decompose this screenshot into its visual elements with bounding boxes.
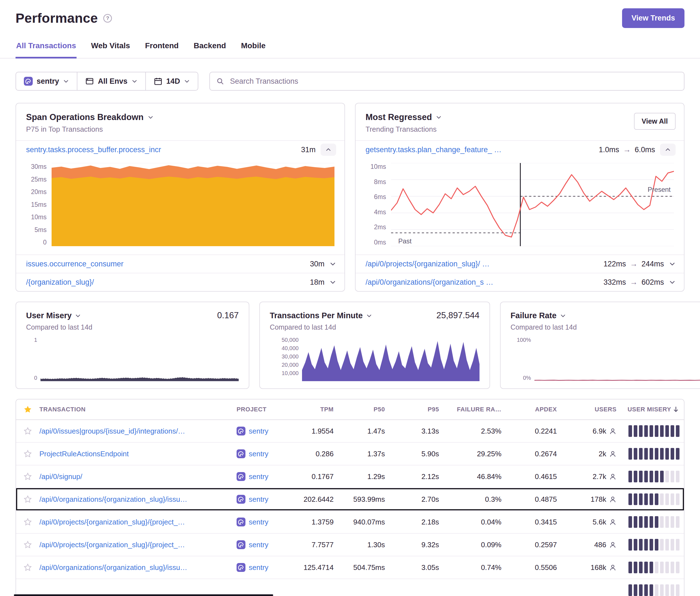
col-user-misery[interactable]: USER MISERY <box>619 406 684 413</box>
users-count: 168k <box>591 563 606 572</box>
p50-value: 1.37s <box>336 450 388 458</box>
most-regressed-title-dropdown[interactable]: Most Regressed <box>366 112 674 122</box>
table-row[interactable]: /api/0/projects/{organization_slug}/{pro… <box>16 534 684 556</box>
col-project[interactable]: PROJECT <box>236 406 295 413</box>
collapse-button[interactable] <box>660 144 676 156</box>
col-p95[interactable]: P95 <box>388 406 442 413</box>
table-row[interactable]: /api/0/organizations/{organization_slug}… <box>16 556 684 579</box>
favorite-star-icon[interactable] <box>24 450 32 458</box>
project-link[interactable]: sentry <box>249 450 269 458</box>
chevron-down-icon <box>75 313 81 319</box>
chevron-down-icon[interactable] <box>669 261 676 267</box>
tab-web-vitals[interactable]: Web Vitals <box>91 36 131 58</box>
user-misery-chart[interactable] <box>41 337 239 381</box>
arrow-right-icon: → <box>630 259 638 268</box>
tpm-chart[interactable] <box>302 337 479 381</box>
favorite-star-icon[interactable] <box>24 518 32 526</box>
span-op-duration: 30m <box>310 260 324 268</box>
favorite-star-icon[interactable] <box>24 427 32 435</box>
user-misery-title-dropdown[interactable]: User Misery <box>26 311 81 320</box>
table-row[interactable] <box>16 579 684 596</box>
view-trends-button[interactable]: View Trends <box>622 8 684 28</box>
span-ops-title-dropdown[interactable]: Span Operations Breakdown <box>26 112 334 122</box>
date-range-filter[interactable]: 14D <box>145 72 198 90</box>
chevron-down-icon[interactable] <box>329 261 336 267</box>
tpm-value: 1.9554 <box>295 427 336 436</box>
environment-filter[interactable]: All Envs <box>77 72 145 90</box>
col-p50[interactable]: P50 <box>336 406 388 413</box>
transaction-link[interactable]: ProjectRuleActionsEndpoint <box>40 450 129 458</box>
user-icon <box>609 450 617 458</box>
sentry-project-icon <box>236 426 246 436</box>
tab-mobile[interactable]: Mobile <box>241 36 266 58</box>
project-link[interactable]: sentry <box>249 427 269 436</box>
date-range-filter-label: 14D <box>167 77 180 86</box>
chevron-down-icon[interactable] <box>669 279 676 286</box>
search-input[interactable] <box>209 72 684 90</box>
chevron-down-icon <box>148 114 154 120</box>
failure-rate-value: 0.74% <box>442 563 504 572</box>
project-link[interactable]: sentry <box>249 495 269 504</box>
transaction-link[interactable]: /api/0/projects/{organization_slug}/{pro… <box>40 518 185 526</box>
favorite-star-icon[interactable] <box>24 563 32 572</box>
regressed-transaction-link[interactable]: getsentry.tasks.plan_change_feature_ … <box>366 146 501 154</box>
svg-text:?: ? <box>106 15 109 21</box>
view-all-button[interactable]: View All <box>634 113 676 130</box>
table-row[interactable]: ProjectRuleActionsEndpoint sentry 0.286 … <box>16 443 684 465</box>
transaction-link[interactable]: /api/0/signup/ <box>40 472 82 481</box>
help-icon[interactable]: ? <box>103 14 112 23</box>
failure-rate-value: 0.09% <box>442 541 504 549</box>
failure-rate-chart[interactable] <box>534 337 700 381</box>
tab-frontend[interactable]: Frontend <box>145 36 179 58</box>
transaction-link[interactable]: /api/0/organizations/{organization_slug}… <box>40 495 187 504</box>
users-count: 486 <box>594 541 606 549</box>
tpm-title-dropdown[interactable]: Transactions Per Minute <box>270 311 372 320</box>
col-apdex[interactable]: APDEX <box>504 406 560 413</box>
p95-value: 9.32s <box>388 541 442 549</box>
arrow-right-icon: → <box>623 145 631 154</box>
project-link[interactable]: sentry <box>249 518 269 526</box>
transaction-link[interactable]: /api/0/organizations/{organization_slug}… <box>40 563 187 572</box>
failure-rate-value: 2.53% <box>442 427 504 436</box>
chevron-down-icon[interactable] <box>329 279 336 286</box>
apdex-value: 0.2241 <box>504 427 560 436</box>
col-tpm[interactable]: TPM <box>295 406 336 413</box>
span-ops-chart[interactable] <box>52 163 334 246</box>
project-filter[interactable]: sentry <box>16 72 77 90</box>
col-users[interactable]: USERS <box>560 406 619 413</box>
top-bar: Performance ? View Trends <box>0 0 700 28</box>
tab-backend[interactable]: Backend <box>193 36 227 58</box>
project-link[interactable]: sentry <box>249 563 269 572</box>
favorite-star-icon[interactable] <box>24 495 32 503</box>
span-op-link[interactable]: sentry.tasks.process_buffer.process_incr <box>26 146 161 154</box>
transaction-link[interactable]: /api/0/issues|groups/{issue_id}/integrat… <box>40 427 185 436</box>
collapse-button[interactable] <box>321 144 336 156</box>
tab-all-transactions[interactable]: All Transactions <box>16 36 77 58</box>
project-link[interactable]: sentry <box>249 472 269 481</box>
most-regressed-chart[interactable] <box>391 163 674 246</box>
table-row[interactable]: /api/0/projects/{organization_slug}/{pro… <box>16 511 684 534</box>
col-favorites[interactable] <box>16 405 40 414</box>
span-operations-card: Span Operations Breakdown P75 in Top Tra… <box>16 103 345 292</box>
span-op-link[interactable]: /{organization_slug}/ <box>26 278 94 287</box>
user-misery-gauge <box>628 448 679 460</box>
tpm-card: Transactions Per Minute 25,897.544 Compa… <box>259 302 490 389</box>
span-op-link[interactable]: issues.occurrence_consumer <box>26 260 123 268</box>
p50-value: 1.47s <box>336 427 388 436</box>
table-row[interactable]: /api/0/issues|groups/{issue_id}/integrat… <box>16 420 684 443</box>
horizontal-scrollbar-thumb[interactable] <box>14 594 273 596</box>
favorite-star-icon[interactable] <box>24 541 32 549</box>
favorite-star-icon[interactable] <box>24 472 32 481</box>
failure-rate-title-dropdown[interactable]: Failure Rate <box>510 311 566 320</box>
span-ops-subtitle: P75 in Top Transactions <box>26 125 334 134</box>
user-misery-gauge <box>628 493 679 505</box>
regressed-transaction-link[interactable]: /api/0/projects/{organization_slug}/ … <box>366 260 490 268</box>
project-link[interactable]: sentry <box>249 541 269 549</box>
col-failure-rate[interactable]: FAILURE RA… <box>442 406 504 413</box>
table-row[interactable]: /api/0/organizations/{organization_slug}… <box>16 488 684 511</box>
table-row[interactable]: /api/0/signup/ sentry 0.1767 1.29s 2.12s… <box>16 465 684 488</box>
col-transaction[interactable]: TRANSACTION <box>40 406 236 413</box>
transaction-link[interactable]: /api/0/projects/{organization_slug}/{pro… <box>40 541 185 549</box>
most-regressed-card: Most Regressed Trending Transactions Vie… <box>355 103 684 292</box>
regressed-transaction-link[interactable]: /api/0/organizations/{organization_s … <box>366 278 493 287</box>
